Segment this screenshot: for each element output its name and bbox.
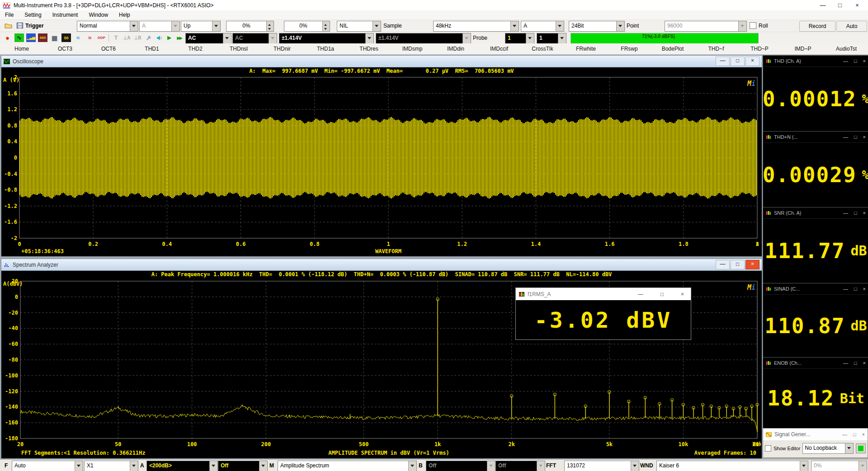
record-button[interactable]: Record xyxy=(799,21,835,32)
tab-oct6[interactable]: OCT6 xyxy=(87,43,130,54)
close-button[interactable]: × xyxy=(863,360,866,366)
menu-file[interactable]: File xyxy=(5,12,14,18)
minimize-button[interactable]: — xyxy=(638,291,643,297)
trigger-level-spinner[interactable]: 0% xyxy=(226,21,274,32)
spectrum-analyzer-icon[interactable]: ▁▃▅ xyxy=(26,33,36,42)
overlap-dropdown[interactable]: 0% xyxy=(811,461,867,471)
menu-help[interactable]: Help xyxy=(119,12,130,18)
record-length-dropdown[interactable]: 96000 xyxy=(665,21,747,32)
sampling-rate-dropdown[interactable]: 48kHz xyxy=(433,21,519,32)
trigger-mode-dropdown[interactable]: Normal xyxy=(77,21,138,32)
chevron-down-icon[interactable] xyxy=(845,443,853,453)
marker-b-icon[interactable]: ⊥B xyxy=(133,33,142,42)
chevron-down-icon[interactable] xyxy=(800,461,808,471)
tab-thd-p[interactable]: THD~P xyxy=(738,43,781,54)
app-restore-button[interactable]: □ xyxy=(835,2,844,9)
chevron-down-icon[interactable] xyxy=(558,33,566,43)
wrench-icon[interactable] xyxy=(144,33,153,42)
f1rms-title-bar[interactable]: f1RMS_A — □ × xyxy=(516,288,691,300)
tab-imddin[interactable]: IMDdin xyxy=(434,43,477,54)
chevron-down-icon[interactable] xyxy=(269,33,277,43)
persistence-a-dropdown[interactable]: Off xyxy=(218,461,268,471)
chevron-down-icon[interactable] xyxy=(738,21,746,31)
chevron-down-icon[interactable] xyxy=(171,21,179,31)
chevron-down-icon[interactable] xyxy=(556,21,564,31)
waveform-viewer-icon[interactable]: ≈ xyxy=(85,33,94,42)
persistence-b-dropdown[interactable]: Off xyxy=(495,461,545,471)
chevron-down-icon[interactable] xyxy=(462,33,471,43)
chevron-down-icon[interactable] xyxy=(130,461,138,471)
zoom-dropdown[interactable]: X1 xyxy=(84,461,138,471)
close-button[interactable]: × xyxy=(863,286,866,292)
chevron-down-icon[interactable] xyxy=(631,461,639,471)
play-icon[interactable]: ▶ xyxy=(165,33,174,42)
maximize-button[interactable]: □ xyxy=(854,286,857,292)
fft-size-dropdown[interactable]: 131072 xyxy=(564,461,639,471)
maximize-button[interactable]: □ xyxy=(731,260,745,269)
menu-window[interactable]: Window xyxy=(89,12,108,18)
multimeter-icon[interactable]: 000 xyxy=(38,33,47,42)
chevron-down-icon[interactable] xyxy=(130,21,138,31)
chevron-down-icon[interactable] xyxy=(526,33,534,43)
chevron-down-icon[interactable] xyxy=(212,21,220,31)
sinad-meter-title-bar[interactable]: SINAD (C... —□× xyxy=(763,283,868,295)
app-close-button[interactable]: × xyxy=(853,2,862,9)
minimize-button[interactable]: — xyxy=(843,360,848,366)
maximize-button[interactable]: □ xyxy=(854,360,857,366)
trigger-edge-dropdown[interactable]: Up xyxy=(181,21,221,32)
tab-thdres[interactable]: THDres xyxy=(347,43,391,54)
chevron-down-icon[interactable] xyxy=(209,461,217,471)
maximize-button[interactable]: □ xyxy=(854,134,857,140)
chevron-down-icon[interactable] xyxy=(616,21,624,31)
enob-meter-title-bar[interactable]: ENOB (Ch... —□× xyxy=(763,358,868,369)
close-button[interactable]: × xyxy=(681,291,684,297)
tab-bodeplot[interactable]: BodePlot xyxy=(651,43,694,54)
maximize-button[interactable]: □ xyxy=(731,57,745,66)
tab-audiotst[interactable]: AudioTst xyxy=(825,43,868,54)
chevron-down-icon[interactable] xyxy=(259,461,267,471)
spectrum-analyzer-title-bar[interactable]: Spectrum Analyzer — □ × xyxy=(1,259,762,271)
maximize-button[interactable]: □ xyxy=(853,432,856,437)
probe-a-dropdown[interactable]: 1 xyxy=(505,33,534,44)
close-button[interactable]: × xyxy=(745,57,760,66)
chevron-down-icon[interactable] xyxy=(373,21,381,31)
trigger-delay-spinner[interactable]: 0% xyxy=(284,21,330,32)
range-b-dropdown[interactable]: ±1.414V xyxy=(376,33,471,44)
bit-depth-dropdown[interactable]: 24Bit xyxy=(569,21,625,32)
chevron-down-icon[interactable] xyxy=(859,461,867,471)
snr-meter-title-bar[interactable]: SNR (Ch. A) —□× xyxy=(763,207,868,219)
thdn-meter-title-bar[interactable]: THD+N (... —□× xyxy=(763,132,868,143)
maximize-button[interactable]: □ xyxy=(854,58,857,64)
range-a-dropdown[interactable]: ±1.414V xyxy=(279,33,374,44)
tab-frswp[interactable]: FRswp xyxy=(608,43,651,54)
tab-imd-p[interactable]: IMD~P xyxy=(781,43,825,54)
tab-home[interactable]: Home xyxy=(0,43,43,54)
tab-crosstlk[interactable]: CrossTlk xyxy=(521,43,564,54)
tab-thdnir[interactable]: THDnir xyxy=(260,43,304,54)
display-range-b-dropdown[interactable]: Off xyxy=(426,461,495,471)
chevron-down-icon[interactable] xyxy=(537,461,545,471)
tab-thd2[interactable]: THD2 xyxy=(174,43,217,54)
chevron-down-icon[interactable] xyxy=(408,461,416,471)
oscilloscope-title-bar[interactable]: Oscilloscope — □ × xyxy=(1,56,762,67)
cursor-reader-icon[interactable]: T xyxy=(111,33,121,42)
marker-a-icon[interactable]: ⊥A xyxy=(122,33,132,42)
chevron-down-icon[interactable] xyxy=(365,33,373,43)
tab-imdsmp[interactable]: IMDsmp xyxy=(391,43,434,54)
maximize-button[interactable]: □ xyxy=(660,291,664,297)
generator-run-button[interactable] xyxy=(856,443,866,453)
loopback-dropdown[interactable]: No Loopback xyxy=(802,443,854,454)
chevron-down-icon[interactable] xyxy=(75,461,83,471)
window-function-dropdown[interactable]: Kaiser 6 xyxy=(656,461,808,471)
tab-thd1a[interactable]: THD1a xyxy=(304,43,347,54)
chevron-down-icon[interactable] xyxy=(487,461,495,471)
close-button[interactable]: × xyxy=(863,210,866,216)
minimize-button[interactable]: — xyxy=(843,210,848,216)
sampling-channel-dropdown[interactable]: A xyxy=(521,21,564,32)
minimize-button[interactable]: — xyxy=(842,432,847,437)
menu-instrument[interactable]: Instrument xyxy=(52,12,78,18)
minimize-button[interactable]: — xyxy=(843,58,848,64)
open-config-icon[interactable] xyxy=(4,21,13,30)
thd-meter-title-bar[interactable]: THD (Ch. A) —□× xyxy=(763,56,868,67)
app-title-bar[interactable]: Multi-Instrument Pro 3.8 - [+3DP+DLG+LCR… xyxy=(0,0,868,10)
